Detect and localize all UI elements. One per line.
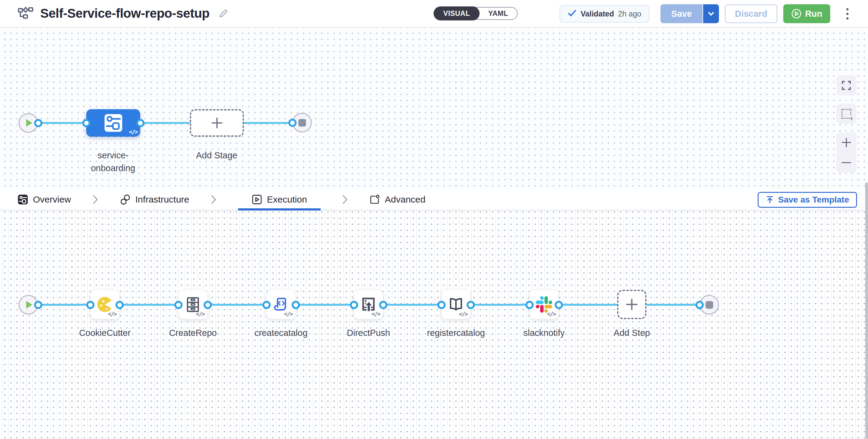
stage-overview-icon <box>18 194 28 205</box>
run-button[interactable]: Run <box>783 4 830 23</box>
edge <box>469 304 531 306</box>
code-badge: </> <box>372 311 380 317</box>
port[interactable] <box>204 301 212 309</box>
file-gear-icon <box>369 194 380 205</box>
marquee-select-button[interactable] <box>836 104 857 124</box>
stage-node-service-onboarding[interactable]: </> <box>86 109 140 137</box>
code-badge: </> <box>459 311 467 317</box>
pipeline-studio: Self-Service-flow-repo-setup VISUAL YAML… <box>0 0 868 439</box>
code-badge: </> <box>547 311 556 317</box>
edge-stage-to-addstage <box>139 122 191 124</box>
stop-icon <box>706 301 713 309</box>
port[interactable] <box>262 301 271 309</box>
pipeline-header: Self-Service-flow-repo-setup VISUAL YAML… <box>0 0 868 27</box>
stage-icon <box>104 114 123 133</box>
edge <box>645 304 701 306</box>
tab-execution[interactable]: Execution <box>238 189 321 210</box>
toggle-visual[interactable]: VISUAL <box>434 6 480 21</box>
port-stage-out[interactable] <box>136 119 145 127</box>
play-box-icon <box>251 194 262 205</box>
port[interactable] <box>555 301 563 309</box>
slack-icon <box>536 296 552 313</box>
port-start-out[interactable] <box>34 119 42 127</box>
port-end-in[interactable] <box>288 119 297 127</box>
start-play-icon <box>25 300 33 309</box>
plus-icon <box>211 117 223 129</box>
step-label: CreateRepo <box>159 326 226 339</box>
edge-start-to-stage <box>37 122 88 124</box>
port[interactable] <box>695 301 704 309</box>
chevron-right-icon <box>342 189 348 210</box>
stage-canvas[interactable]: </> service-onboarding Add Stage <box>0 27 868 189</box>
zoom-in-button[interactable] <box>836 133 857 152</box>
code-badge: </> <box>129 128 137 135</box>
chevron-right-icon <box>92 189 98 210</box>
marquee-select-icon <box>841 109 851 119</box>
validation-time: 2h ago <box>618 9 641 18</box>
step-node-cookiecutter[interactable]: </> <box>90 290 120 319</box>
start-play-icon <box>25 118 33 127</box>
fullscreen-icon <box>841 80 851 91</box>
stage-label: service-onboarding <box>83 149 144 175</box>
port[interactable] <box>350 301 358 309</box>
save-button[interactable]: Save <box>660 4 703 23</box>
header-left: Self-Service-flow-repo-setup <box>0 6 229 21</box>
save-split-button: Save <box>660 4 719 23</box>
port[interactable] <box>467 301 475 309</box>
kebab-menu-icon[interactable] <box>843 5 851 23</box>
port[interactable] <box>379 301 388 309</box>
flow-icon <box>18 6 33 21</box>
hexagons-icon <box>120 194 131 205</box>
edge <box>294 304 355 306</box>
upload-icon <box>766 196 774 204</box>
edit-pencil-icon[interactable] <box>218 8 229 19</box>
zoom-out-icon <box>841 157 852 168</box>
step-label: DirectPush <box>335 326 402 339</box>
plus-icon <box>625 298 639 311</box>
edge-addstage-to-end <box>243 122 294 124</box>
tab-overview[interactable]: Overview <box>18 189 71 210</box>
code-badge: </> <box>196 311 205 317</box>
step-node-slacknotify[interactable]: </> <box>529 290 559 319</box>
tab-infrastructure[interactable]: Infrastructure <box>120 189 189 210</box>
header-actions: Validated 2h ago Save Discard Run <box>560 0 851 27</box>
step-node-createrepo[interactable]: </> <box>178 290 208 319</box>
step-label: CookieCutter <box>71 326 138 339</box>
execution-canvas[interactable]: </> CookieCutter </> CreateRepo <box>0 210 868 439</box>
add-step-button[interactable] <box>617 290 646 319</box>
check-icon <box>567 8 577 19</box>
zoom-in-icon <box>841 137 852 148</box>
step-node-registercatalog[interactable]: </> <box>441 290 471 319</box>
port[interactable] <box>116 301 124 309</box>
view-toggle: VISUAL YAML <box>434 7 518 20</box>
step-node-createcatalog[interactable]: </> <box>267 290 296 319</box>
save-options-button[interactable] <box>703 4 719 23</box>
zoom-controls <box>836 133 857 173</box>
add-stage-label: Add Stage <box>186 149 247 162</box>
step-label: registercatalog <box>423 326 490 339</box>
port[interactable] <box>86 301 94 309</box>
chevron-down-icon <box>707 9 715 18</box>
tab-advanced[interactable]: Advanced <box>369 189 426 210</box>
port[interactable] <box>174 301 183 309</box>
scrollbar-thumb[interactable] <box>865 182 868 439</box>
save-as-template-button[interactable]: Save as Template <box>758 192 857 208</box>
zoom-out-button[interactable] <box>836 152 857 173</box>
port[interactable] <box>437 301 445 309</box>
add-stage-button[interactable] <box>190 109 244 137</box>
edge <box>382 304 443 306</box>
fullscreen-button[interactable] <box>836 75 857 95</box>
port[interactable] <box>34 301 42 309</box>
port[interactable] <box>525 301 534 309</box>
page-title: Self-Service-flow-repo-setup <box>40 6 209 21</box>
step-node-directpush[interactable]: </> <box>354 290 383 319</box>
toggle-yaml[interactable]: YAML <box>479 7 517 20</box>
step-label: createcatalog <box>247 326 314 339</box>
validation-badge: Validated 2h ago <box>560 5 649 23</box>
edge <box>557 304 618 306</box>
edge <box>118 304 180 306</box>
port-stage-in[interactable] <box>82 119 91 127</box>
port[interactable] <box>292 301 300 309</box>
discard-button[interactable]: Discard <box>725 4 777 23</box>
add-step-label: Add Step <box>598 326 665 339</box>
